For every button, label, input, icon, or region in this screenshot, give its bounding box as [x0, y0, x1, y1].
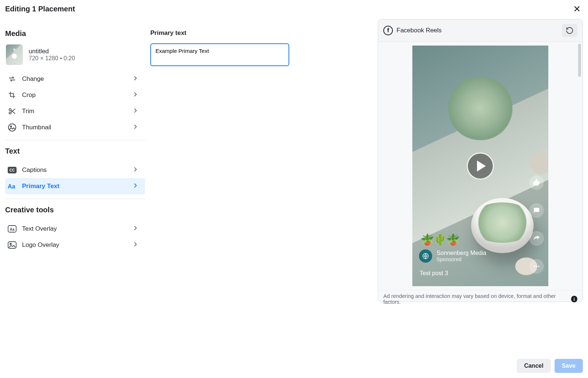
preview-title: Facebook Reels: [397, 27, 442, 34]
media-file-name: untitled: [29, 48, 75, 55]
divider: [5, 140, 145, 140]
media-file-meta: 720 × 1280 • 0:20: [29, 55, 75, 62]
info-icon[interactable]: i: [571, 296, 577, 302]
comment-icon: [533, 206, 541, 215]
svg-point-14: [538, 266, 539, 267]
option-label: Logo Overlay: [22, 241, 59, 249]
comment-button[interactable]: [529, 203, 544, 218]
svg-text:Aa: Aa: [10, 227, 15, 231]
thumbs-up-icon: [533, 179, 541, 187]
section-title-creative-tools: Creative tools: [5, 206, 145, 214]
reel-caption: Test post 3: [420, 270, 448, 277]
option-thumbnail[interactable]: Thumbnail: [5, 119, 145, 136]
page-title: Editing 1 Placement: [5, 5, 75, 13]
share-icon: [533, 234, 541, 242]
option-captions[interactable]: CC Captions: [5, 162, 145, 178]
media-thumbnail: [6, 44, 23, 65]
like-button[interactable]: [529, 175, 544, 190]
chevron-right-icon: [132, 107, 139, 116]
share-button[interactable]: [529, 231, 544, 246]
option-label: Change: [22, 75, 44, 83]
dots-icon: [533, 262, 541, 270]
play-button[interactable]: [467, 152, 494, 180]
author-name: Sonnenberg Media: [437, 250, 486, 256]
svg-point-13: [536, 266, 537, 267]
preview-art: [456, 90, 504, 134]
image-icon: [7, 240, 17, 250]
aa-icon: Aa: [7, 181, 17, 191]
reel-preview: 🪴🌵🪴 Sonnenberg Media Sponsored Test post…: [412, 46, 548, 286]
preview-footer-note: Ad rendering and interaction may vary ba…: [383, 293, 568, 305]
chevron-right-icon: [132, 123, 139, 132]
option-label: Captions: [22, 166, 47, 174]
cancel-button[interactable]: Cancel: [517, 359, 551, 373]
preview-panel: f Facebook Reels 🪴🌵🪴 Sonnenberg Media Sp…: [378, 19, 583, 302]
cc-icon: CC: [7, 165, 17, 175]
text-overlay-icon: Aa: [7, 224, 17, 234]
image-circle-icon: [7, 123, 17, 132]
author-avatar: [419, 249, 432, 263]
divider: [5, 199, 145, 199]
svg-text:Aa: Aa: [8, 183, 15, 190]
chevron-right-icon: [132, 241, 139, 249]
option-change[interactable]: Change: [5, 71, 145, 87]
scrollbar[interactable]: [578, 44, 581, 77]
crop-icon: [7, 90, 17, 100]
option-text-overlay[interactable]: Aa Text Overlay: [5, 221, 145, 237]
option-label: Crop: [22, 91, 36, 99]
svg-text:CC: CC: [10, 168, 15, 172]
primary-text-label: Primary text: [150, 29, 287, 37]
svg-point-3: [11, 126, 12, 127]
svg-point-10: [10, 243, 11, 245]
refresh-button[interactable]: [562, 24, 577, 37]
svg-point-0: [9, 109, 11, 111]
option-crop[interactable]: Crop: [5, 87, 145, 103]
option-label: Thumbnail: [22, 124, 51, 131]
chevron-right-icon: [132, 75, 139, 83]
scissors-icon: [7, 107, 17, 116]
primary-text-input[interactable]: [150, 43, 289, 66]
option-label: Trim: [22, 108, 34, 115]
media-file-summary: untitled 720 × 1280 • 0:20: [5, 44, 145, 65]
svg-point-2: [8, 124, 16, 131]
option-trim[interactable]: Trim: [5, 103, 145, 119]
section-title-media: Media: [5, 29, 145, 38]
close-icon: [573, 5, 581, 13]
svg-point-1: [9, 112, 11, 114]
chevron-right-icon: [132, 91, 139, 100]
swap-icon: [7, 74, 17, 84]
save-button[interactable]: Save: [555, 359, 583, 373]
chevron-right-icon: [132, 225, 139, 233]
facebook-icon: f: [383, 26, 393, 35]
close-button[interactable]: [571, 3, 583, 15]
preview-stickers: 🪴🌵🪴: [420, 233, 459, 246]
chevron-right-icon: [132, 166, 139, 174]
chevron-right-icon: [132, 182, 139, 191]
more-button[interactable]: [529, 259, 544, 274]
svg-point-12: [534, 266, 535, 267]
preview-art: [530, 152, 548, 174]
refresh-icon: [566, 26, 574, 35]
section-title-text: Text: [5, 147, 145, 155]
option-logo-overlay[interactable]: Logo Overlay: [5, 237, 145, 253]
option-primary-text[interactable]: Aa Primary Text: [5, 178, 145, 194]
option-label: Primary Text: [22, 183, 60, 190]
option-label: Text Overlay: [22, 225, 57, 233]
preview-art: [471, 198, 534, 253]
sponsored-label: Sponsored: [437, 256, 486, 262]
